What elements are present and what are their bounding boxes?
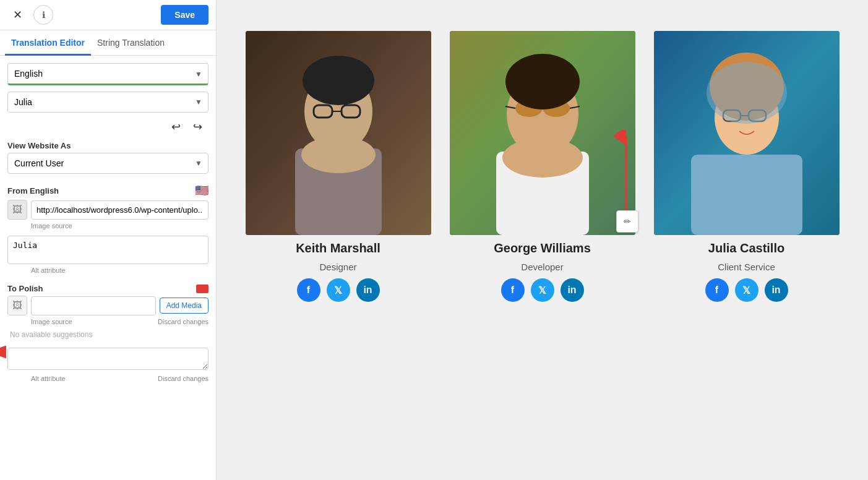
to-polish-section: To Polish 🖼 Add Media Image source Disca… [7, 280, 208, 382]
svg-point-27 [707, 62, 787, 124]
from-alt-input[interactable]: Julia [7, 236, 208, 264]
view-website-select[interactable]: Current User Guest Admin [7, 153, 208, 174]
george-photo [450, 31, 635, 235]
julia-linkedin-icon[interactable]: in [765, 278, 788, 302]
from-english-section: From English 🇺🇸 🖼 Image source Julia Alt… [7, 180, 208, 274]
from-image-preview: 🖼 [7, 200, 27, 220]
us-flag-icon: 🇺🇸 [195, 184, 208, 197]
main-content-area: Keith Marshall Designer f 𝕏 in [217, 0, 868, 480]
view-website-dropdown[interactable]: Current User Guest Admin ▼ [7, 153, 208, 174]
to-image-source-row: 🖼 Add Media [7, 296, 208, 315]
to-alt-input[interactable] [7, 348, 208, 370]
language-source-select[interactable]: English French Spanish German [7, 63, 208, 85]
team-card-keith: Keith Marshall Designer f 𝕏 in [246, 31, 431, 302]
language-source-dropdown[interactable]: English French Spanish German ▼ [7, 63, 208, 85]
to-alt-label: Alt attribute [31, 375, 66, 382]
top-bar: ✕ ℹ Save [0, 0, 216, 30]
from-image-source-row: 🖼 [7, 200, 208, 220]
svg-point-8 [303, 56, 374, 105]
keith-role: Designer [319, 262, 356, 272]
george-linkedin-icon[interactable]: in [561, 278, 584, 302]
team-card-julia: Julia Castillo Client Service f 𝕏 in [654, 31, 840, 302]
no-suggestions-text: No available suggestions [10, 330, 208, 339]
george-social-icons: f 𝕏 in [501, 278, 584, 302]
keith-linkedin-icon[interactable]: in [356, 278, 380, 302]
george-twitter-icon[interactable]: 𝕏 [531, 278, 554, 302]
george-name: George Williams [494, 241, 591, 255]
image-source-discard-row: Image source Discard changes [7, 318, 208, 325]
alt-discard-row: Alt attribute Discard changes [7, 375, 208, 382]
nav-back-button[interactable]: ↩ [168, 119, 184, 135]
keith-facebook-icon[interactable]: f [297, 278, 320, 302]
george-role: Developer [521, 262, 563, 272]
discard-alt-link[interactable]: Discard changes [158, 375, 208, 382]
keith-photo [246, 31, 431, 235]
close-button[interactable]: ✕ [7, 5, 27, 25]
edit-overlay-button[interactable]: ✏ [616, 210, 638, 233]
svg-point-4 [301, 136, 376, 173]
tab-translation-editor[interactable]: Translation Editor [5, 30, 91, 56]
to-image-preview: 🖼 [7, 296, 27, 315]
language-target-dropdown[interactable]: Julia Polish French ▼ [7, 92, 208, 113]
team-card-george: ✏ George Williams Developer f 𝕏 in [450, 31, 635, 302]
keith-twitter-icon[interactable]: 𝕏 [327, 278, 350, 302]
view-website-label: View Website As [7, 141, 208, 150]
add-media-button[interactable]: Add Media [160, 298, 208, 314]
from-section-label: From English 🇺🇸 [7, 184, 208, 197]
keith-social-icons: f 𝕏 in [297, 278, 380, 302]
julia-facebook-icon[interactable]: f [705, 278, 729, 302]
team-grid: Keith Marshall Designer f 𝕏 in [246, 31, 840, 302]
julia-role: Client Service [718, 262, 775, 272]
george-facebook-icon[interactable]: f [501, 278, 525, 302]
svg-rect-21 [691, 155, 802, 235]
george-photo-svg [450, 31, 635, 235]
tab-bar: Translation Editor String Translation [0, 30, 216, 56]
close-icon: ✕ [13, 8, 22, 22]
save-button[interactable]: Save [161, 5, 208, 25]
keith-photo-svg [246, 31, 431, 235]
info-button[interactable]: ℹ [33, 5, 53, 25]
nav-forward-button[interactable]: ↪ [189, 119, 206, 135]
language-target-select[interactable]: Julia Polish French [7, 92, 208, 113]
julia-photo-svg [654, 31, 840, 235]
to-label-text: To Polish [7, 284, 43, 293]
info-icon: ℹ [42, 10, 45, 20]
discard-image-source-link[interactable]: Discard changes [158, 318, 208, 325]
julia-twitter-icon[interactable]: 𝕏 [735, 278, 758, 302]
julia-photo [654, 31, 840, 235]
to-image-source-label: Image source [31, 318, 72, 325]
tab-string-translation[interactable]: String Translation [91, 30, 171, 56]
julia-name: Julia Castillo [708, 241, 784, 255]
keith-name: Keith Marshall [296, 241, 380, 255]
from-image-source-label: Image source [31, 222, 208, 229]
svg-point-18 [505, 54, 580, 109]
from-label-text: From English [7, 186, 59, 195]
to-image-source-input[interactable] [31, 296, 156, 315]
from-alt-label: Alt attribute [31, 267, 208, 274]
translation-panel: ✕ ℹ Save Translation Editor String Trans… [0, 0, 217, 480]
polish-flag-icon [196, 285, 208, 293]
edit-pencil-icon: ✏ [624, 216, 631, 226]
from-image-source-input[interactable] [31, 200, 208, 220]
to-section-label: To Polish [7, 284, 208, 293]
svg-point-12 [502, 138, 583, 178]
panel-body: English French Spanish German ▼ Julia Po… [0, 56, 216, 390]
julia-social-icons: f 𝕏 in [705, 278, 788, 302]
navigation-arrows: ↩ ↪ [7, 119, 208, 135]
view-website-section: View Website As Current User Guest Admin… [7, 141, 208, 174]
